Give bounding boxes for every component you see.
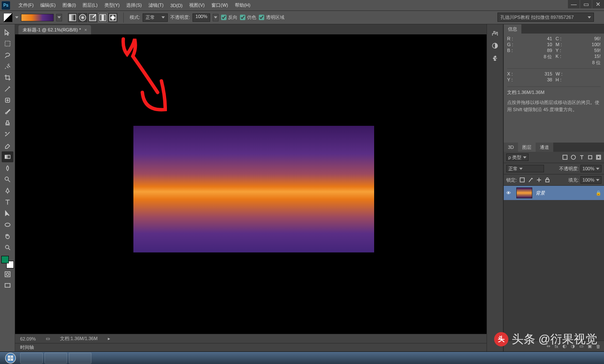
- start-button[interactable]: [3, 352, 18, 364]
- maximize-button[interactable]: ▭: [580, 0, 592, 8]
- tab-channels[interactable]: 通道: [536, 143, 553, 152]
- menu-select[interactable]: 选择(S): [123, 1, 145, 10]
- layer-filter-select[interactable]: ρ 类型: [506, 153, 528, 161]
- blur-tool[interactable]: [2, 163, 13, 174]
- screenmode-toggle[interactable]: [2, 280, 13, 291]
- lasso-tool[interactable]: [2, 49, 13, 60]
- hand-tool[interactable]: [2, 231, 13, 242]
- shape-tool[interactable]: [2, 219, 13, 230]
- lock-pixel-icon[interactable]: [528, 177, 534, 183]
- filter-adjust-icon[interactable]: [570, 154, 576, 160]
- gradient-radial[interactable]: [78, 13, 87, 22]
- tool-preset-picker[interactable]: [3, 13, 13, 22]
- eraser-tool[interactable]: [2, 140, 13, 151]
- reverse-checkbox[interactable]: 反向: [221, 14, 237, 21]
- svg-rect-12: [5, 272, 10, 277]
- menu-window[interactable]: 窗口(W): [208, 1, 232, 10]
- layer-row-background[interactable]: 👁 背景 🔒: [504, 186, 604, 200]
- crop-tool[interactable]: [2, 72, 13, 83]
- taskbar-item[interactable]: [69, 353, 91, 364]
- path-select-tool[interactable]: [2, 208, 13, 219]
- minimize-button[interactable]: —: [568, 0, 580, 8]
- tab-3d[interactable]: 3D: [504, 143, 518, 152]
- gradient-reflected[interactable]: [98, 13, 107, 22]
- adjustments-icon[interactable]: [489, 40, 501, 51]
- close-button[interactable]: ✕: [592, 0, 604, 8]
- document-tab[interactable]: 未标题-1 @ 62.1%(RGB/8) * ×: [18, 25, 91, 34]
- dodge-tool[interactable]: [2, 174, 13, 185]
- layer-name[interactable]: 背景: [536, 190, 545, 196]
- document-tab-label: 未标题-1 @ 62.1%(RGB/8) *: [23, 27, 81, 33]
- menu-edit[interactable]: 编辑(E): [37, 1, 59, 10]
- wand-tool[interactable]: [2, 61, 13, 72]
- filter-shape-icon[interactable]: [587, 154, 593, 160]
- tab-info[interactable]: 信息: [504, 24, 521, 34]
- close-icon[interactable]: ×: [84, 27, 87, 32]
- timeline-panel-tab[interactable]: 时间轴: [15, 343, 487, 351]
- layer-blend-select[interactable]: 正常: [506, 165, 544, 172]
- mode-label: 模式:: [130, 14, 140, 21]
- menu-filter[interactable]: 滤镜(T): [145, 1, 167, 10]
- gradient-linear[interactable]: [68, 13, 77, 22]
- svg-point-16: [494, 58, 495, 59]
- lock-label: 锁定:: [506, 177, 517, 183]
- menu-file[interactable]: 文件(F): [15, 1, 37, 10]
- stamp-tool[interactable]: [2, 117, 13, 128]
- visibility-eye-icon[interactable]: 👁: [506, 190, 513, 195]
- opacity-input[interactable]: 100%: [193, 13, 210, 22]
- menu-layer[interactable]: 图层(L): [79, 1, 101, 10]
- text-tool[interactable]: [2, 197, 13, 208]
- gradient-preview[interactable]: [21, 14, 54, 21]
- doc-info[interactable]: 文档:1.36M/1.36M: [60, 335, 97, 342]
- layer-fill-input[interactable]: 100%: [581, 176, 601, 184]
- chevron-down-icon[interactable]: [15, 16, 18, 18]
- gradient-tool[interactable]: [2, 151, 13, 162]
- lock-icon[interactable]: 🔒: [596, 190, 601, 196]
- menu-image[interactable]: 图像(I): [59, 1, 79, 10]
- gradient-diamond[interactable]: [108, 13, 117, 22]
- opacity-dropdown[interactable]: [213, 14, 219, 21]
- gradient-angle[interactable]: [88, 13, 97, 22]
- history-brush-tool[interactable]: [2, 129, 13, 140]
- info-panel: R :41 G :10 B :89 8 位 C :96! M :100! Y :…: [504, 34, 604, 143]
- quickmask-toggle[interactable]: [2, 269, 13, 280]
- menu-3d[interactable]: 3D(D): [167, 2, 186, 9]
- layer-opacity-input[interactable]: 100%: [581, 165, 601, 172]
- properties-icon[interactable]: [489, 53, 501, 64]
- tab-layers[interactable]: 图层: [518, 143, 536, 152]
- blend-mode-select[interactable]: 正常: [143, 13, 168, 22]
- menu-view[interactable]: 视图(V): [186, 1, 208, 10]
- fill-label: 填充:: [568, 177, 579, 183]
- menu-type[interactable]: 类型(Y): [101, 1, 123, 10]
- heal-tool[interactable]: [2, 95, 13, 106]
- svg-rect-0: [70, 14, 76, 21]
- color-swatches[interactable]: [1, 256, 14, 268]
- gradient-picker-dropdown[interactable]: [56, 14, 62, 21]
- move-tool[interactable]: [2, 27, 13, 38]
- histogram-icon[interactable]: [489, 28, 501, 39]
- svg-point-17: [495, 56, 496, 57]
- zoom-tool[interactable]: [2, 242, 13, 253]
- taskbar-item[interactable]: [44, 353, 67, 364]
- filter-text-icon[interactable]: [579, 154, 585, 160]
- zoom-readout[interactable]: 62.09%: [20, 336, 36, 341]
- filter-smart-icon[interactable]: [596, 154, 601, 160]
- filter-pixel-icon[interactable]: [562, 154, 568, 160]
- lock-transparent-icon[interactable]: [519, 177, 525, 183]
- watermark-overlay: 头 头条 @衍果视觉: [494, 331, 597, 347]
- lock-all-icon[interactable]: [544, 177, 550, 183]
- dither-checkbox[interactable]: 仿色: [240, 14, 256, 21]
- svg-point-20: [571, 155, 575, 159]
- lock-position-icon[interactable]: [536, 177, 542, 183]
- svg-rect-23: [597, 156, 600, 159]
- foreground-color[interactable]: [1, 256, 9, 263]
- transparency-checkbox[interactable]: 透明区域: [259, 14, 284, 21]
- marquee-tool[interactable]: [2, 38, 13, 49]
- pen-tool[interactable]: [2, 185, 13, 196]
- brush-tool[interactable]: [2, 106, 13, 117]
- canvas[interactable]: [15, 34, 487, 334]
- eyedropper-tool[interactable]: [2, 83, 13, 94]
- menu-help[interactable]: 帮助(H): [232, 1, 254, 10]
- layer-thumbnail[interactable]: [516, 187, 532, 198]
- taskbar-item[interactable]: [20, 353, 43, 364]
